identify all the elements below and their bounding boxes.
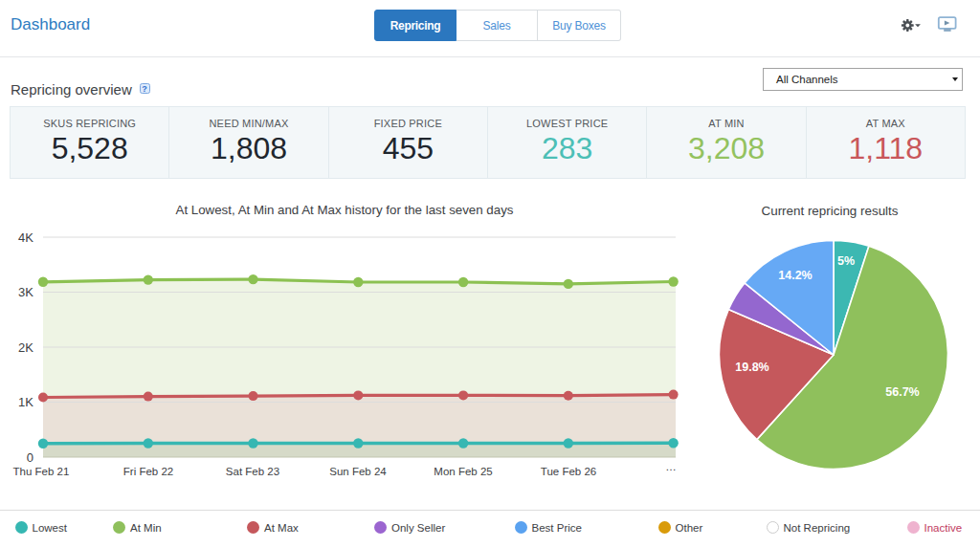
svg-text:14.2%: 14.2% <box>778 269 812 282</box>
svg-text:4K: 4K <box>18 230 33 245</box>
svg-text:19.8%: 19.8% <box>735 361 768 374</box>
svg-text:5%: 5% <box>837 254 855 268</box>
svg-text:Fri Feb 22: Fri Feb 22 <box>123 466 173 477</box>
svg-text:1K: 1K <box>18 395 33 409</box>
svg-text:Sat Feb 23: Sat Feb 23 <box>226 466 279 477</box>
svg-text:Sun Feb 24: Sun Feb 24 <box>329 466 387 477</box>
svg-text:At Lowest, At Min and At Max h: At Lowest, At Min and At Max history for… <box>176 203 515 217</box>
svg-text:Tue Feb 26: Tue Feb 26 <box>541 466 596 477</box>
svg-text:Current repricing results: Current repricing results <box>762 204 900 218</box>
svg-text:0: 0 <box>27 450 33 465</box>
svg-text:Thu Feb 21: Thu Feb 21 <box>13 466 70 477</box>
svg-text:…: … <box>665 461 677 472</box>
svg-text:2K: 2K <box>18 340 33 355</box>
svg-text:Mon Feb 25: Mon Feb 25 <box>434 466 492 477</box>
svg-text:56.7%: 56.7% <box>885 385 919 399</box>
svg-text:3K: 3K <box>18 285 33 299</box>
